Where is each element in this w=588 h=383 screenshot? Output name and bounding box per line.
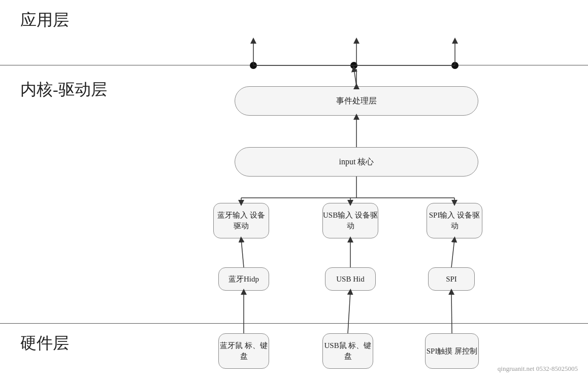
usb-hid-box: USB Hid — [325, 267, 376, 291]
svg-line-12 — [241, 239, 244, 267]
dot-left — [250, 62, 257, 69]
bt-hardware-box: 蓝牙鼠 标、键盘 — [218, 333, 269, 369]
event-handler-box: 事件处理层 — [235, 86, 478, 116]
spi-box: SPI — [428, 267, 475, 291]
kernel-layer-label: 内核-驱动层 — [20, 79, 107, 101]
diagram: 应用层 内核-驱动层 硬件层 事件处理层 input 核心 蓝牙输入 设备驱动 … — [0, 0, 588, 383]
bt-hidp-box: 蓝牙Hidp — [218, 267, 269, 291]
svg-line-0 — [354, 69, 356, 86]
spi-hardware-box: SPI触摸 屏控制 — [425, 333, 479, 369]
dot-center — [350, 62, 357, 69]
hardware-layer-label: 硬件层 — [20, 332, 69, 355]
svg-line-16 — [348, 292, 350, 333]
dot-right — [451, 62, 459, 69]
bt-driver-box: 蓝牙输入 设备驱动 — [213, 203, 269, 238]
input-core-box: input 核心 — [235, 147, 478, 177]
watermark: qingruanit.net 0532-85025005 — [498, 365, 578, 373]
usb-hardware-box: USB鼠 标、键盘 — [322, 333, 373, 369]
spi-driver-box: SPI输入 设备驱动 — [427, 203, 482, 238]
svg-line-17 — [451, 292, 452, 333]
top-divider — [0, 65, 588, 65]
arrows-svg — [0, 0, 588, 383]
svg-line-14 — [451, 239, 454, 267]
bottom-divider — [0, 323, 588, 324]
usb-driver-box: USB输入 设备驱动 — [322, 203, 378, 238]
app-layer-label: 应用层 — [20, 9, 69, 31]
